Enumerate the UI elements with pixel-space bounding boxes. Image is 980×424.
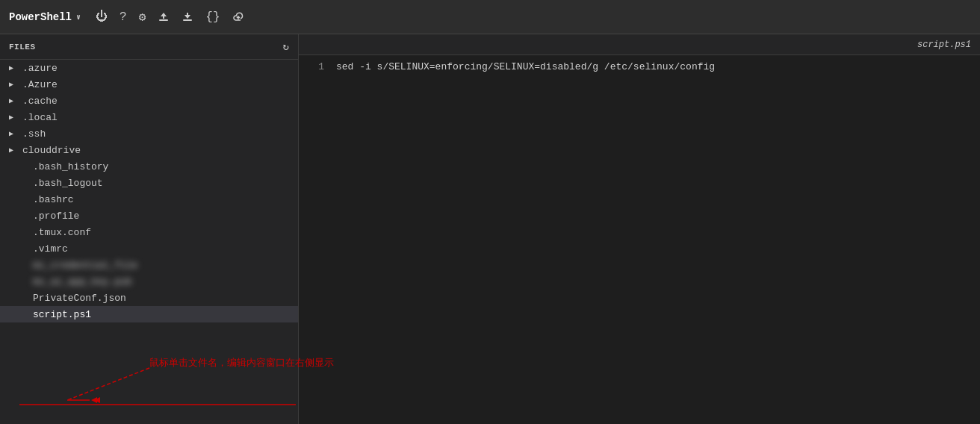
list-item[interactable]: .profile (0, 208, 298, 224)
file-name: .bashrc (33, 194, 74, 205)
upload-icon[interactable] (158, 11, 170, 23)
file-name: .bash_history (33, 161, 108, 172)
file-name: .profile (33, 211, 79, 222)
file-name: .tmux.conf (33, 227, 91, 238)
editor-area: script.ps1 1 sed -i s/SELINUX=enforcing/… (299, 34, 980, 424)
editor-tab-name: script.ps1 (917, 40, 971, 50)
braces-icon[interactable]: {} (205, 10, 220, 24)
file-name: .Azure (22, 79, 58, 90)
list-item[interactable]: ▶ clouddrive (0, 142, 298, 158)
list-item[interactable]: mi_credential_file (0, 257, 298, 273)
sidebar-title: FILES (9, 43, 36, 52)
line-code: sed -i s/SELINUX=enforcing/SELINUX=disab… (336, 61, 980, 72)
list-item[interactable]: .vimrc (0, 240, 298, 257)
brand-label: PowerShell (9, 11, 72, 23)
file-name: mi_credential_file (33, 260, 137, 271)
cloud-icon[interactable] (232, 11, 244, 23)
power-icon[interactable]: ⏻ (96, 10, 108, 24)
list-item[interactable]: ▶ .ssh (0, 125, 298, 142)
download-icon[interactable] (182, 11, 193, 23)
refresh-icon[interactable]: ↻ (283, 40, 289, 53)
toolbar: PowerShell ∨ ⏻ ? ⚙ {} (0, 0, 980, 34)
list-item[interactable]: ▶ .azure (0, 60, 298, 76)
chevron-right-icon: ▶ (9, 146, 19, 155)
chevron-right-icon: ▶ (9, 113, 19, 122)
settings-icon[interactable]: ⚙ (139, 10, 146, 25)
file-name: script.ps1 (33, 309, 91, 320)
chevron-right-icon: ▶ (9, 96, 19, 105)
file-name: ms_az_app_key.pub (33, 276, 132, 287)
list-item-script-ps1[interactable]: script.ps1 (0, 306, 298, 322)
sidebar: FILES ↻ ▶ .azure ▶ .Azure ▶ .cache ▶ .lo… (0, 34, 299, 424)
file-name: clouddrive (22, 145, 81, 156)
list-item[interactable]: .bashrc (0, 191, 298, 208)
main-container: FILES ↻ ▶ .azure ▶ .Azure ▶ .cache ▶ .lo… (0, 34, 980, 424)
file-name: .vimrc (33, 243, 68, 255)
list-item[interactable]: ▶ .Azure (0, 76, 298, 93)
chevron-right-icon: ▶ (9, 63, 19, 72)
list-item[interactable]: PrivateConf.json (0, 290, 298, 306)
file-name: .cache (22, 96, 58, 107)
svg-rect-1 (183, 19, 192, 21)
file-name: .bash_logout (33, 178, 103, 189)
toolbar-icons: ⏻ ? ⚙ {} (96, 10, 244, 25)
chevron-right-icon: ▶ (9, 80, 19, 89)
list-item[interactable]: .bash_history (0, 158, 298, 175)
file-name: PrivateConf.json (33, 293, 126, 304)
chevron-right-icon: ▶ (9, 129, 19, 138)
editor-content[interactable]: 1 sed -i s/SELINUX=enforcing/SELINUX=dis… (299, 55, 980, 424)
file-name: .ssh (22, 128, 46, 140)
list-item[interactable]: ms_az_app_key.pub (0, 273, 298, 290)
sidebar-content: ▶ .azure ▶ .Azure ▶ .cache ▶ .local ▶ .s… (0, 60, 298, 424)
line-number: 1 (299, 61, 336, 72)
svg-rect-0 (159, 19, 168, 21)
list-item[interactable]: ▶ .cache (0, 93, 298, 109)
list-item[interactable]: ▶ .local (0, 109, 298, 125)
brand[interactable]: PowerShell ∨ (9, 11, 81, 23)
editor-tab-bar: script.ps1 (299, 34, 980, 55)
help-icon[interactable]: ? (120, 10, 127, 24)
file-name: .local (22, 112, 58, 123)
code-line: 1 sed -i s/SELINUX=enforcing/SELINUX=dis… (299, 61, 980, 76)
sidebar-header: FILES ↻ (0, 34, 298, 60)
file-name: .azure (22, 63, 58, 74)
list-item[interactable]: .bash_logout (0, 175, 298, 191)
brand-chevron: ∨ (76, 13, 81, 22)
list-item[interactable]: .tmux.conf (0, 224, 298, 240)
